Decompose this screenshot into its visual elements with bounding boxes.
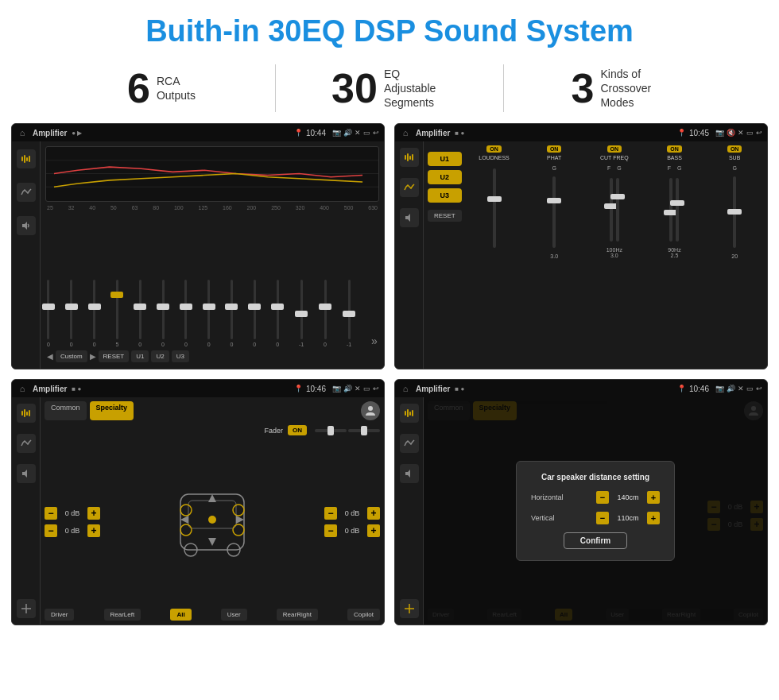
eq-slider-0[interactable]: 0 [47,280,50,347]
cross-u-buttons: U1 U2 U3 RESET [428,152,462,365]
cross-u3-btn[interactable]: U3 [428,188,462,203]
dialog-icon-tune[interactable] [400,404,419,423]
eq-camera-icon: 📷 [332,129,341,137]
fader-user-btn[interactable]: User [221,609,247,621]
cross-col-sub: ON SUB G 20 [706,145,763,365]
dialog-horizontal-plus[interactable]: + [647,491,660,504]
eq-prev-arrow[interactable]: ◀ [47,352,53,361]
cross-icon-tune[interactable] [400,148,419,167]
dialog-icon-speaker[interactable] [400,464,419,483]
svg-rect-37 [412,410,413,416]
eq-slider-13[interactable]: -1 [347,280,351,347]
fader-copilot-btn[interactable]: Copilot [347,609,380,621]
fader-icon-wave[interactable] [17,434,36,453]
eq-status-icons: 📷 🔊 ✕ ▭ ↩ [332,129,379,137]
fader-rearright-btn[interactable]: RearRight [277,609,318,621]
cross-icon-wave[interactable] [400,178,419,197]
cross-loudness-on[interactable]: ON [486,145,502,153]
fader-bottom-buttons: Driver RearLeft All User RearRight Copil… [45,609,380,621]
fader-vol2-plus[interactable]: + [87,524,100,537]
fader-icon-speaker[interactable] [17,464,36,483]
eq-slider-7[interactable]: 0 [207,280,211,347]
dialog-main: Common Specialty [424,397,767,625]
fader-vol1-minus[interactable]: − [45,507,57,520]
eq-slider-9[interactable]: 0 [253,280,256,347]
svg-rect-36 [409,412,411,416]
eq-slider-8[interactable]: 0 [231,280,234,347]
eq-u3-btn[interactable]: U3 [172,350,189,362]
fader-right-volumes: − 0 dB + − 0 dB + [324,507,380,537]
eq-screen-title: Amplifier [33,129,67,137]
eq-next-arrow[interactable]: ▶ [90,352,96,361]
svg-point-20 [368,406,373,411]
dialog-horizontal-minus[interactable]: − [596,491,609,504]
fader-rect-icon: ▭ [363,385,370,393]
fader-status-dots: ■ ● [72,385,81,393]
eq-reset-btn[interactable]: RESET [99,350,130,362]
dialog-back-icon: ↩ [756,385,762,393]
fader-vol3-plus[interactable]: + [367,507,380,520]
fader-rearleft-btn[interactable]: RearLeft [104,609,141,621]
fader-vol3-minus[interactable]: − [324,507,337,520]
fader-label: Fader [264,427,283,435]
eq-slider-1[interactable]: 0 [70,280,73,347]
cross-u1-btn[interactable]: U1 [428,152,462,166]
fader-driver-btn[interactable]: Driver [45,609,74,621]
eq-status-bar: ⌂ Amplifier ● ▶ 📍 10:44 📷 🔊 ✕ ▭ ↩ [12,124,384,141]
svg-marker-32 [180,516,188,524]
stat-crossover-label: Kinds ofCrossover Modes [600,67,664,110]
eq-slider-3[interactable]: 5 [115,280,118,347]
dialog-body: Common Specialty [395,397,767,625]
dialog-vol-icon: 🔊 [727,385,735,393]
fader-vol1-val: 0 dB [60,509,84,517]
eq-slider-10[interactable]: 0 [276,280,279,347]
cross-u2-btn[interactable]: U2 [428,170,462,184]
eq-icon-tune[interactable] [17,149,36,168]
fader-on-toggle[interactable]: ON [288,425,307,435]
cross-phat-on[interactable]: ON [547,145,562,153]
eq-slider-right-arrows[interactable]: » [371,319,378,347]
dialog-time: 10:46 [689,385,709,393]
cross-sub-on[interactable]: ON [727,145,742,153]
eq-slider-5[interactable]: 0 [161,280,165,347]
fader-status-bar: ⌂ Amplifier ■ ● 📍 10:46 📷 🔊 ✕ ▭ ↩ [12,380,384,397]
eq-slider-11[interactable]: -1 [299,280,304,347]
fader-vol4-minus[interactable]: − [324,524,337,537]
dialog-confirm-button[interactable]: Confirm [564,532,627,549]
screen-fader: ⌂ Amplifier ■ ● 📍 10:46 📷 🔊 ✕ ▭ ↩ [11,379,385,625]
svg-marker-31 [208,538,216,546]
svg-point-25 [180,505,192,516]
eq-icon-speaker[interactable] [17,216,36,235]
page-title: Buith-in 30EQ DSP Sound System [0,0,779,56]
svg-rect-34 [405,411,406,416]
dialog-rect-icon: ▭ [746,385,754,393]
cross-icon-speaker[interactable] [400,208,419,227]
eq-u2-btn[interactable]: U2 [151,350,169,362]
eq-slider-2[interactable]: 0 [93,280,96,347]
dialog-icon-wave[interactable] [400,434,419,453]
fader-icon-tune[interactable] [17,404,36,423]
cross-time: 10:45 [689,129,709,137]
dialog-vertical-stepper: − 110cm + [596,512,660,524]
dialog-vertical-minus[interactable]: − [596,512,609,524]
eq-slider-6[interactable]: 0 [184,280,188,347]
eq-slider-4[interactable]: 0 [138,280,141,347]
eq-slider-12[interactable]: 0 [324,280,327,347]
eq-u1-btn[interactable]: U1 [131,350,149,362]
fader-vol1-plus[interactable]: + [87,507,100,520]
fader-tab-common[interactable]: Common [45,401,87,420]
eq-custom-btn[interactable]: Custom [56,350,87,362]
cross-col-bass: ON BASS FG [646,145,703,365]
fader-vol-icon: 🔊 [343,385,352,393]
fader-vol2-minus[interactable]: − [45,524,57,537]
fader-all-btn[interactable]: All [170,609,191,621]
fader-icon-arrows[interactable] [17,599,36,618]
cross-reset-btn[interactable]: RESET [428,210,462,222]
fader-vol4-plus[interactable]: + [367,524,380,537]
dialog-vertical-plus[interactable]: + [647,512,660,524]
cross-cutfreq-on[interactable]: ON [607,145,622,153]
eq-icon-wave[interactable] [17,183,36,202]
cross-bass-on[interactable]: ON [667,145,682,153]
fader-tab-specialty[interactable]: Specialty [90,401,134,420]
dialog-icon-arrows[interactable] [400,599,419,618]
